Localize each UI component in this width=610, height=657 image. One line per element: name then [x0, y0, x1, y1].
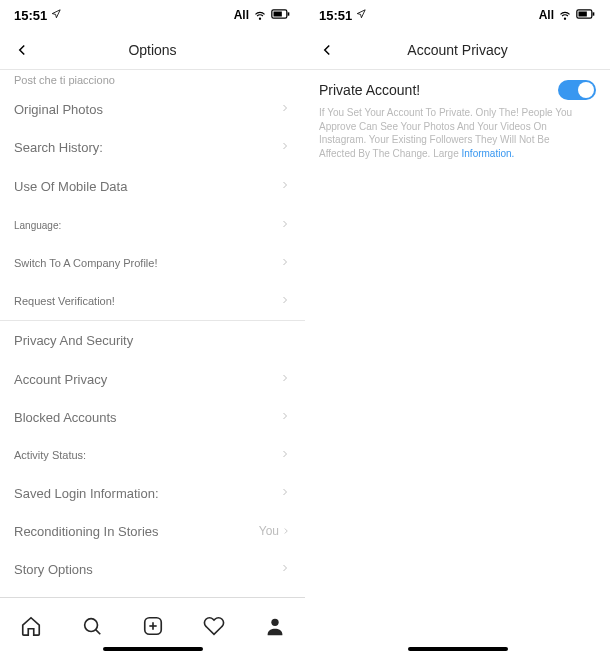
page-title: Account Privacy	[407, 42, 507, 58]
chevron-right-icon	[279, 256, 291, 270]
item-label: Reconditioning In Stories	[14, 524, 159, 539]
item-account-privacy[interactable]: Account Privacy	[0, 360, 305, 398]
item-language[interactable]: Language:	[0, 206, 305, 244]
location-icon	[51, 9, 61, 21]
status-time: 15:51	[319, 8, 352, 23]
svg-point-8	[271, 618, 278, 625]
carrier-text: All	[539, 8, 554, 22]
home-indicator	[103, 647, 203, 651]
home-indicator	[408, 647, 508, 651]
item-blocked-accounts[interactable]: Blocked Accounts	[0, 398, 305, 436]
wifi-icon	[253, 7, 267, 24]
svg-rect-11	[593, 12, 595, 15]
chevron-right-icon	[279, 179, 291, 194]
chevron-right-icon	[279, 486, 291, 501]
item-label: Activity Status:	[14, 449, 86, 461]
private-account-label: Private Account!	[319, 82, 420, 98]
item-search-history[interactable]: Search History:	[0, 128, 305, 166]
item-original-photos[interactable]: Original Photos	[0, 90, 305, 128]
status-bar: 15:51 All	[305, 0, 610, 30]
add-icon[interactable]	[142, 615, 164, 641]
svg-rect-2	[288, 12, 290, 15]
item-label: Blocked Accounts	[14, 410, 117, 425]
item-label: Search History:	[14, 140, 103, 155]
carrier-text: All	[234, 8, 249, 22]
truncated-item: Post che ti piacciono	[0, 70, 305, 90]
item-label: Switch To A Company Profile!	[14, 257, 157, 269]
svg-rect-1	[274, 11, 282, 16]
item-label: Story Options	[14, 562, 93, 577]
wifi-icon	[558, 7, 572, 24]
chevron-right-icon	[279, 218, 291, 232]
status-bar: 15:51 All	[0, 0, 305, 30]
item-story-options[interactable]: Story Options	[0, 550, 305, 588]
heart-icon[interactable]	[203, 615, 225, 641]
back-button[interactable]	[315, 38, 339, 62]
chevron-right-icon	[279, 294, 291, 308]
chevron-right-icon	[281, 526, 291, 536]
item-saved-login[interactable]: Saved Login Information:	[0, 474, 305, 512]
svg-rect-10	[579, 11, 587, 16]
status-time: 15:51	[14, 8, 47, 23]
home-icon[interactable]	[20, 615, 42, 641]
item-label: Saved Login Information:	[14, 486, 159, 501]
chevron-right-icon	[279, 102, 291, 117]
header: Options	[0, 30, 305, 70]
location-icon	[356, 9, 366, 21]
battery-icon	[576, 8, 596, 23]
battery-icon	[271, 8, 291, 23]
private-account-description: If You Set Your Account To Private. Only…	[319, 106, 596, 160]
item-label: Account Privacy	[14, 372, 107, 387]
section-privacy-security: Privacy And Security	[0, 320, 305, 360]
chevron-left-icon	[13, 41, 31, 59]
header: Account Privacy	[305, 30, 610, 70]
item-company-profile[interactable]: Switch To A Company Profile!	[0, 244, 305, 282]
item-label: Request Verification!	[14, 295, 115, 307]
chevron-right-icon	[279, 448, 291, 462]
item-label: Use Of Mobile Data	[14, 179, 127, 194]
back-button[interactable]	[10, 38, 34, 62]
item-mobile-data[interactable]: Use Of Mobile Data	[0, 166, 305, 206]
search-icon[interactable]	[81, 615, 103, 641]
info-link[interactable]: Information.	[462, 148, 515, 159]
svg-line-4	[95, 629, 100, 634]
chevron-right-icon	[279, 372, 291, 387]
nav-bar	[0, 597, 305, 657]
item-reconditioning-stories[interactable]: Reconditioning In Stories You	[0, 512, 305, 550]
item-request-verification[interactable]: Request Verification!	[0, 282, 305, 320]
profile-icon[interactable]	[264, 615, 286, 641]
chevron-right-icon	[279, 562, 291, 577]
item-label: Language:	[14, 220, 61, 231]
item-label: Original Photos	[14, 102, 103, 117]
private-account-toggle[interactable]	[558, 80, 596, 100]
page-title: Options	[128, 42, 176, 58]
item-activity-status[interactable]: Activity Status:	[0, 436, 305, 474]
item-right-text: You	[259, 524, 291, 538]
svg-point-3	[84, 618, 97, 631]
chevron-right-icon	[279, 140, 291, 155]
chevron-right-icon	[279, 410, 291, 425]
chevron-left-icon	[318, 41, 336, 59]
